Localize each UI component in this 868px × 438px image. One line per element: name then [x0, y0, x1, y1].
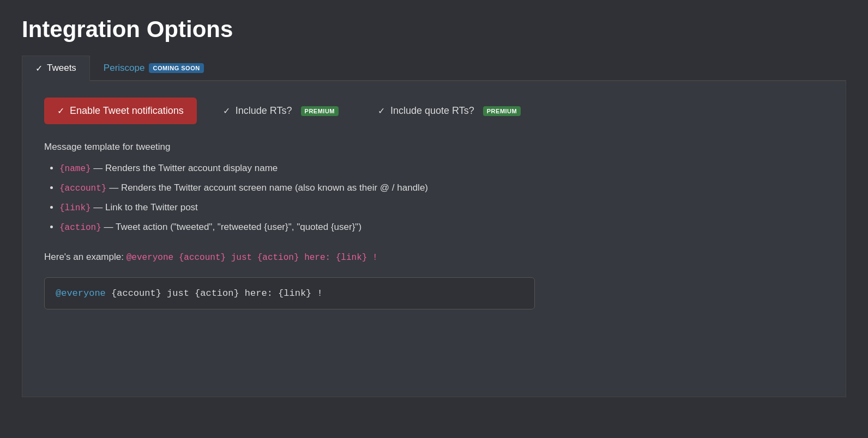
include-rts-premium-badge: PREMIUM [301, 106, 339, 116]
content-panel: ✓ Enable Tweet notifications ✓ Include R… [22, 81, 846, 397]
check-icon-quote-rts: ✓ [378, 106, 385, 116]
include-rts-button[interactable]: ✓ Include RTs? PREMIUM [210, 98, 352, 124]
example-row: Here's an example: @everyone {account} j… [44, 250, 824, 265]
template-input-rest: {account} just {action} here: {link} ! [106, 288, 323, 299]
var-action: {action} [59, 223, 101, 233]
var-name-desc: — Renders the Twitter account display na… [93, 163, 278, 173]
list-item: {account} — Renders the Twitter account … [59, 181, 824, 195]
template-section-label: Message template for tweeting [44, 142, 824, 153]
list-item: {action} — Tweet action ("tweeted", "ret… [59, 220, 824, 234]
enable-tweet-notifications-button[interactable]: ✓ Enable Tweet notifications [44, 98, 197, 124]
list-item: {name} — Renders the Twitter account dis… [59, 161, 824, 175]
tab-periscope[interactable]: Periscope COMING SOON [90, 56, 218, 80]
check-icon-enable: ✓ [57, 106, 64, 116]
tab-tweets-label: Tweets [47, 63, 76, 74]
var-link: {link} [59, 203, 91, 213]
enable-tweet-notifications-label: Enable Tweet notifications [70, 105, 184, 117]
tab-periscope-label: Periscope [104, 63, 145, 74]
var-action-desc: — Tweet action ("tweeted", "retweeted {u… [104, 222, 362, 232]
page-title: Integration Options [22, 16, 846, 42]
example-code: @everyone {account} just {action} here: … [126, 253, 378, 263]
check-icon-rts: ✓ [223, 106, 230, 116]
var-name: {name} [59, 164, 91, 174]
tab-tweets[interactable]: ✓ Tweets [22, 56, 90, 81]
include-rts-label: Include RTs? [236, 105, 292, 117]
include-quote-rts-premium-badge: PREMIUM [483, 106, 521, 116]
coming-soon-badge: COMING SOON [149, 63, 203, 73]
template-variable-list: {name} — Renders the Twitter account dis… [44, 161, 824, 234]
include-quote-rts-button[interactable]: ✓ Include quote RTs? PREMIUM [365, 98, 534, 124]
var-account-desc: — Renders the Twitter account screen nam… [109, 182, 428, 193]
template-input-box[interactable]: @everyone {account} just {action} here: … [44, 277, 535, 310]
list-item: {link} — Link to the Twitter post [59, 200, 824, 215]
tabs-container: ✓ Tweets Periscope COMING SOON [22, 56, 846, 81]
var-account: {account} [59, 184, 106, 193]
options-row: ✓ Enable Tweet notifications ✓ Include R… [44, 98, 824, 124]
check-icon: ✓ [35, 63, 43, 74]
mention-tag: @everyone [56, 288, 106, 299]
include-quote-rts-label: Include quote RTs? [390, 105, 474, 117]
var-link-desc: — Link to the Twitter post [93, 202, 198, 212]
example-prefix-label: Here's an example: [44, 252, 124, 262]
